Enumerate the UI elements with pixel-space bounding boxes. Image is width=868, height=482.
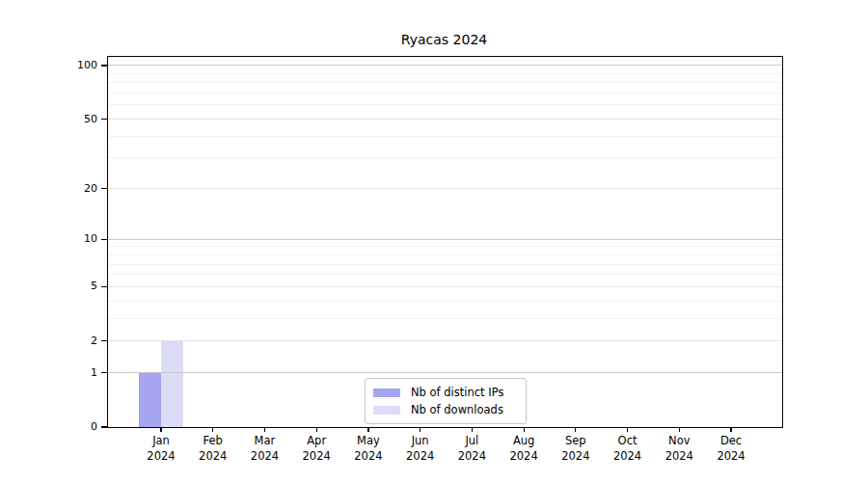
y-minor-gridline [108, 264, 782, 265]
x-tick [420, 427, 420, 432]
plot-area: 0125102050100Jan 2024Feb 2024Mar 2024Apr… [107, 56, 783, 428]
x-tick [212, 427, 213, 432]
y-tick-label: 2 [44, 335, 97, 348]
legend-label: Nb of distinct IPs [411, 386, 503, 399]
y-minor-gridline [108, 274, 782, 275]
legend-swatch-downloads [373, 406, 400, 415]
x-tick [730, 427, 731, 432]
legend-label: Nb of downloads [411, 403, 503, 416]
y-tick [101, 239, 107, 240]
y-gridline [108, 340, 782, 341]
legend-entry: Nb of downloads [366, 401, 526, 418]
y-tick-label: 5 [44, 280, 97, 293]
y-tick-label: 20 [44, 182, 97, 196]
x-tick [575, 427, 576, 432]
y-gridline [108, 372, 782, 373]
x-tick [524, 427, 525, 432]
y-gridline [108, 286, 782, 287]
y-gridline [108, 119, 782, 120]
y-minor-gridline [108, 157, 782, 158]
legend-entry: Nb of distinct IPs [366, 384, 526, 401]
y-minor-gridline [108, 301, 782, 302]
x-tick-label: Dec 2024 [692, 434, 770, 464]
y-tick [101, 426, 107, 427]
y-minor-gridline [108, 254, 782, 255]
x-tick [264, 427, 265, 432]
y-tick [101, 65, 107, 66]
x-tick [472, 427, 473, 432]
legend: Nb of distinct IPs Nb of downloads [365, 378, 527, 424]
y-minor-gridline [108, 318, 782, 319]
y-gridline [108, 188, 782, 189]
y-tick [101, 188, 107, 189]
y-tick [101, 372, 107, 373]
legend-swatch-distinct-ips [373, 388, 400, 397]
figure: Ryacas 2024 0125102050100Jan 2024Feb 202… [0, 0, 868, 482]
y-tick [101, 286, 107, 287]
bar-distinct-ips [139, 373, 161, 427]
y-minor-gridline [108, 93, 782, 94]
bar-downloads [161, 341, 183, 427]
y-minor-gridline [108, 246, 782, 247]
y-minor-gridline [108, 136, 782, 137]
y-minor-gridline [108, 73, 782, 74]
x-tick [367, 427, 368, 432]
y-tick [101, 119, 107, 120]
x-tick [679, 427, 680, 432]
y-minor-gridline [108, 104, 782, 105]
y-gridline [108, 65, 782, 66]
y-minor-gridline [108, 82, 782, 83]
chart-title: Ryacas 2024 [107, 32, 781, 47]
y-tick-label: 100 [44, 59, 97, 72]
y-gridline [108, 239, 782, 240]
y-tick-label: 10 [44, 232, 97, 246]
y-tick-label: 1 [44, 366, 97, 380]
x-tick [627, 427, 628, 432]
y-tick-label: 50 [44, 113, 97, 126]
y-tick [101, 340, 107, 341]
x-tick [316, 427, 317, 432]
x-tick [160, 427, 161, 432]
y-tick-label: 0 [44, 420, 97, 434]
